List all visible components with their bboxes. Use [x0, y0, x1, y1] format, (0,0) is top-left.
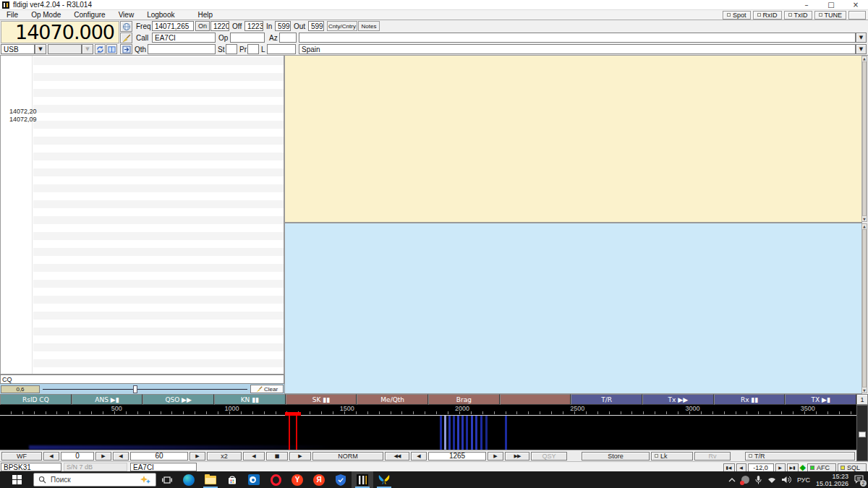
country-field[interactable]: Spain	[299, 44, 856, 54]
maximize-button[interactable]: □	[819, 0, 843, 10]
shift-left-icon[interactable]: ◀	[243, 452, 265, 461]
frequency-display[interactable]: 14070.000	[1, 21, 119, 43]
tab-cnty-cntry[interactable]: Cnty/Cntry	[327, 21, 357, 31]
macro-button[interactable]	[500, 394, 571, 405]
taskbar-app-store[interactable]	[221, 471, 243, 488]
rst-out-field[interactable]: 599	[308, 21, 324, 31]
reflevel-inc-icon[interactable]: ▶	[190, 452, 205, 461]
menu-file[interactable]: File	[0, 11, 25, 19]
tx-text-pane[interactable]: ▲ ▼	[284, 223, 862, 394]
taskbar-app-outlook[interactable]	[243, 471, 265, 488]
macro-button[interactable]: T/R	[571, 394, 642, 405]
waterfall-display[interactable]	[0, 416, 856, 450]
freq-field[interactable]: 14071,265	[152, 21, 194, 31]
menu-configure[interactable]: Configure	[67, 11, 111, 19]
browser-entry[interactable]: 14072,20	[9, 108, 37, 116]
ampspan-inc-icon[interactable]: ▶	[95, 452, 111, 461]
rst-in-field[interactable]: 599	[275, 21, 291, 31]
taskbar-app-yandex[interactable]: Я	[308, 471, 330, 488]
refresh-button[interactable]	[95, 44, 106, 54]
call-status-field[interactable]: EA7CI	[130, 463, 197, 471]
signal-browser[interactable]: 14072,2014072,09	[0, 56, 284, 374]
macro-button[interactable]: Tx ▶▶	[642, 394, 714, 405]
macro-button[interactable]: RsID CQ	[0, 394, 72, 405]
menu-view[interactable]: View	[112, 11, 141, 19]
lock-button[interactable]: Lk	[651, 452, 693, 461]
zoom-x2-button[interactable]: x2	[207, 452, 242, 461]
network-icon[interactable]	[767, 476, 776, 484]
carrier-ffwd-icon[interactable]: ▶▶	[505, 452, 529, 461]
loc-field[interactable]	[267, 44, 296, 54]
taskbar-app-edge[interactable]	[178, 471, 200, 488]
store-button[interactable]: Store	[582, 452, 650, 461]
close-button[interactable]: ×	[843, 0, 868, 10]
clock[interactable]: 15:23 15.01.2026	[816, 473, 848, 487]
minimize-button[interactable]: –	[794, 0, 819, 10]
clear-fields-button[interactable]	[120, 33, 132, 43]
afc-toggle[interactable]: AFC	[807, 463, 836, 472]
carrier-freq-field[interactable]: 1265	[428, 452, 486, 461]
mode-status-button[interactable]: BPSK31	[1, 463, 61, 471]
waterfall-level-slider[interactable]	[856, 405, 868, 461]
taskbar-app-yandex-browser[interactable]: Y	[286, 471, 308, 488]
shift-right-icon[interactable]: ▶	[289, 452, 311, 461]
st-field[interactable]	[226, 44, 237, 54]
taskbar-app-antivirus[interactable]	[330, 471, 352, 488]
taskbar-app-butterfly[interactable]	[373, 471, 395, 488]
macro-button[interactable]: Rx ▮▮	[714, 394, 786, 405]
country-dropdown-arrow-icon[interactable]: ▼	[856, 44, 867, 54]
step-back-icon[interactable]: ◀	[736, 463, 746, 472]
taskbar-search[interactable]: Поиск	[33, 473, 156, 487]
goto-last-icon[interactable]: ▶▮	[787, 463, 799, 472]
scroll-down-icon[interactable]: ▼	[863, 217, 866, 221]
macro-button[interactable]: QSO ▶▶	[142, 394, 214, 405]
reflevel-field[interactable]: 60	[130, 452, 188, 461]
browser-entry[interactable]: 14072,09	[9, 116, 37, 124]
taskbar-app-fldigi[interactable]	[352, 471, 373, 488]
macro-button[interactable]: Me/Qth	[357, 394, 428, 405]
goto-first-icon[interactable]: ▮◀	[723, 463, 735, 472]
macro-button[interactable]: KN ▮▮	[214, 394, 286, 405]
macro-button[interactable]: Brag	[428, 394, 500, 405]
scroll-down-icon[interactable]: ▼	[863, 388, 866, 393]
offset-field[interactable]: -12,0	[748, 463, 774, 472]
microphone-icon[interactable]	[755, 476, 762, 484]
tray-app-icon[interactable]	[741, 476, 749, 484]
transmit-text-line[interactable]: CQ	[0, 374, 284, 384]
cnty-combo-field[interactable]	[299, 33, 856, 43]
task-view-button[interactable]	[156, 471, 178, 488]
bandwidth-select[interactable]	[48, 44, 82, 54]
squelch-slider-handle[interactable]	[133, 385, 137, 393]
menu-help[interactable]: Help	[192, 11, 220, 19]
cnty-dropdown-arrow-icon[interactable]: ▼	[856, 33, 867, 43]
macro-set-button[interactable]: 1	[856, 394, 868, 405]
sql-toggle[interactable]: SQL	[838, 463, 867, 472]
tx-scrollbar[interactable]: ▲ ▼	[861, 223, 867, 393]
az-field[interactable]	[279, 33, 297, 43]
qrz-lookup-button[interactable]	[120, 21, 132, 32]
tx-scroll-thumb[interactable]	[862, 229, 867, 388]
rx-scrollbar[interactable]: ▲ ▼	[861, 56, 867, 222]
reflevel-dec-icon[interactable]: ◀	[113, 452, 129, 461]
id-toggle-button[interactable]: TxID	[784, 11, 812, 20]
language-indicator[interactable]: РУС	[797, 476, 810, 484]
pr-field[interactable]	[247, 44, 259, 54]
macro-button[interactable]: TX ▶▮	[785, 394, 856, 405]
tray-chevron-icon[interactable]	[728, 477, 736, 483]
scroll-up-icon[interactable]: ▲	[863, 56, 866, 61]
macro-button[interactable]: ANS ▶▮	[72, 394, 143, 405]
time-on-button[interactable]: On	[195, 21, 210, 31]
start-button[interactable]	[0, 471, 33, 488]
wf-mode-button[interactable]: WF	[1, 452, 42, 461]
time-on-field[interactable]: 1220	[210, 21, 229, 31]
notification-center-button[interactable]: 2	[854, 475, 864, 485]
id-toggle-button[interactable]: Spot	[723, 11, 751, 20]
carrier-rew-icon[interactable]: ◀◀	[385, 452, 409, 461]
tr-button[interactable]: T/R	[745, 452, 855, 461]
mode-dropdown-arrow-icon[interactable]: ▼	[35, 44, 46, 54]
time-off-field[interactable]: 1223	[244, 21, 263, 31]
logbook-button[interactable]	[106, 44, 117, 54]
menu-opmode[interactable]: Op Mode	[25, 11, 67, 19]
id-toggle-button[interactable]: RxID	[753, 11, 782, 20]
volume-icon[interactable]	[782, 476, 791, 484]
